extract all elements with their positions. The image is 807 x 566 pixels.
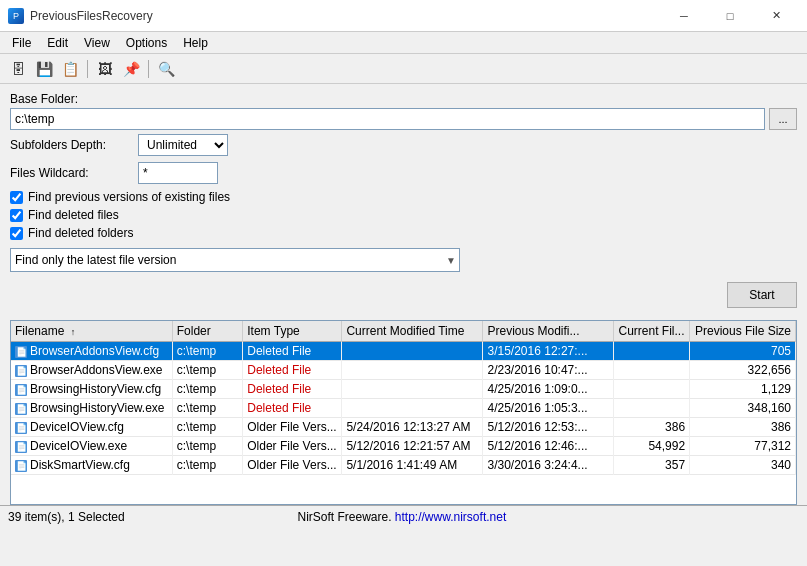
col-current-mod[interactable]: Current Modified Time — [342, 321, 483, 342]
table-row[interactable]: 📄DiskSmartView.cfgc:\tempOlder File Vers… — [11, 456, 796, 475]
cell-current_file: 386 — [614, 418, 690, 437]
app-icon: P — [8, 8, 24, 24]
wildcard-label: Files Wildcard: — [10, 166, 130, 180]
cell-itemtype: Deleted File — [243, 342, 342, 361]
file-icon: 📄 — [15, 422, 27, 434]
status-center: NirSoft Freeware. http://www.nirsoft.net — [125, 510, 679, 524]
cell-itemtype: Older File Vers... — [243, 456, 342, 475]
cell-itemtype: Older File Vers... — [243, 437, 342, 456]
cell-filename: 📄BrowsingHistoryView.cfg — [11, 380, 172, 399]
status-text: NirSoft Freeware. — [297, 510, 394, 524]
wildcard-input[interactable] — [138, 162, 218, 184]
cell-prev_mod: 2/23/2016 10:47:... — [483, 361, 614, 380]
cell-prev_mod: 4/25/2016 1:05:3... — [483, 399, 614, 418]
cell-prev_size: 386 — [690, 418, 796, 437]
check1-checkbox[interactable] — [10, 191, 23, 204]
col-itemtype[interactable]: Item Type — [243, 321, 342, 342]
file-icon: 📄 — [15, 403, 27, 415]
menu-edit[interactable]: Edit — [39, 34, 76, 52]
cell-folder: c:\temp — [172, 456, 243, 475]
cell-filename: 📄DeviceIOView.exe — [11, 437, 172, 456]
cell-folder: c:\temp — [172, 342, 243, 361]
filter-wrapper: Find only the latest file version Find a… — [10, 248, 460, 272]
close-button[interactable]: ✕ — [753, 0, 799, 32]
cell-filename: 📄BrowserAddonsView.exe — [11, 361, 172, 380]
cell-prev_size: 1,129 — [690, 380, 796, 399]
files-table: Filename ↑ Folder Item Type Current Modi… — [11, 321, 796, 475]
app-title: PreviousFilesRecovery — [30, 9, 153, 23]
window-controls: ─ □ ✕ — [661, 0, 799, 32]
cell-prev_mod: 3/30/2016 3:24:4... — [483, 456, 614, 475]
col-folder[interactable]: Folder — [172, 321, 243, 342]
file-icon: 📄 — [15, 460, 27, 472]
table-container[interactable]: Filename ↑ Folder Item Type Current Modi… — [10, 320, 797, 505]
menu-bar: File Edit View Options Help — [0, 32, 807, 54]
check1-row: Find previous versions of existing files — [10, 190, 797, 204]
check2-checkbox[interactable] — [10, 209, 23, 222]
table-row[interactable]: 📄BrowsingHistoryView.cfgc:\tempDeleted F… — [11, 380, 796, 399]
cell-folder: c:\temp — [172, 361, 243, 380]
start-button[interactable]: Start — [727, 282, 797, 308]
cell-folder: c:\temp — [172, 418, 243, 437]
status-bar: 39 item(s), 1 Selected NirSoft Freeware.… — [0, 505, 807, 527]
toolbar-btn-3[interactable]: 📋 — [58, 58, 82, 80]
filter-row: Find only the latest file version Find a… — [10, 248, 797, 272]
toolbar-btn-4[interactable]: 🖼 — [93, 58, 117, 80]
table-row[interactable]: 📄BrowserAddonsView.exec:\tempDeleted Fil… — [11, 361, 796, 380]
cell-filename: 📄BrowsingHistoryView.exe — [11, 399, 172, 418]
cell-itemtype: Older File Vers... — [243, 418, 342, 437]
table-body: 📄BrowserAddonsView.cfgc:\tempDeleted Fil… — [11, 342, 796, 475]
toolbar-btn-1[interactable]: 🗄 — [6, 58, 30, 80]
cell-current_mod: 5/24/2016 12:13:27 AM — [342, 418, 483, 437]
start-row: Start — [10, 278, 797, 312]
base-folder-input[interactable] — [10, 108, 765, 130]
menu-file[interactable]: File — [4, 34, 39, 52]
filter-select[interactable]: Find only the latest file version Find a… — [10, 248, 460, 272]
subfolders-select[interactable]: Unlimited 1 2 3 4 5 — [138, 134, 228, 156]
table-row[interactable]: 📄DeviceIOView.cfgc:\tempOlder File Vers.… — [11, 418, 796, 437]
cell-prev_mod: 4/25/2016 1:09:0... — [483, 380, 614, 399]
cell-prev_mod: 3/15/2016 12:27:... — [483, 342, 614, 361]
col-filename[interactable]: Filename ↑ — [11, 321, 172, 342]
toolbar: 🗄 💾 📋 🖼 📌 🔍 — [0, 54, 807, 84]
col-current-file[interactable]: Current Fil... — [614, 321, 690, 342]
check3-label: Find deleted folders — [28, 226, 133, 240]
cell-current_mod: 5/1/2016 1:41:49 AM — [342, 456, 483, 475]
col-prev-size[interactable]: Previous File Size — [690, 321, 796, 342]
toolbar-btn-2[interactable]: 💾 — [32, 58, 56, 80]
cell-current_file — [614, 342, 690, 361]
check3-checkbox[interactable] — [10, 227, 23, 240]
table-row[interactable]: 📄DeviceIOView.exec:\tempOlder File Vers.… — [11, 437, 796, 456]
main-form: Base Folder: ... Subfolders Depth: Unlim… — [0, 84, 807, 320]
minimize-button[interactable]: ─ — [661, 0, 707, 32]
cell-current_mod — [342, 361, 483, 380]
table-row[interactable]: 📄BrowserAddonsView.cfgc:\tempDeleted Fil… — [11, 342, 796, 361]
cell-filename: 📄DiskSmartView.cfg — [11, 456, 172, 475]
check1-label: Find previous versions of existing files — [28, 190, 230, 204]
maximize-button[interactable]: □ — [707, 0, 753, 32]
cell-current_file — [614, 361, 690, 380]
subfolders-label: Subfolders Depth: — [10, 138, 130, 152]
menu-options[interactable]: Options — [118, 34, 175, 52]
table-row[interactable]: 📄BrowsingHistoryView.exec:\tempDeleted F… — [11, 399, 796, 418]
status-link[interactable]: http://www.nirsoft.net — [395, 510, 506, 524]
menu-help[interactable]: Help — [175, 34, 216, 52]
toolbar-btn-6[interactable]: 🔍 — [154, 58, 178, 80]
file-icon: 📄 — [15, 365, 27, 377]
subfolders-row: Subfolders Depth: Unlimited 1 2 3 4 5 — [10, 134, 797, 156]
browse-button[interactable]: ... — [769, 108, 797, 130]
cell-current_mod: 5/12/2016 12:21:57 AM — [342, 437, 483, 456]
col-prev-mod[interactable]: Previous Modifi... — [483, 321, 614, 342]
cell-prev_size: 340 — [690, 456, 796, 475]
cell-current_mod — [342, 399, 483, 418]
toolbar-btn-5[interactable]: 📌 — [119, 58, 143, 80]
cell-filename: 📄BrowserAddonsView.cfg — [11, 342, 172, 361]
wildcard-row: Files Wildcard: — [10, 162, 797, 184]
menu-view[interactable]: View — [76, 34, 118, 52]
title-bar: P PreviousFilesRecovery ─ □ ✕ — [0, 0, 807, 32]
cell-prev_size: 77,312 — [690, 437, 796, 456]
cell-current_file — [614, 380, 690, 399]
check3-row: Find deleted folders — [10, 226, 797, 240]
cell-current_mod — [342, 380, 483, 399]
cell-current_file: 357 — [614, 456, 690, 475]
